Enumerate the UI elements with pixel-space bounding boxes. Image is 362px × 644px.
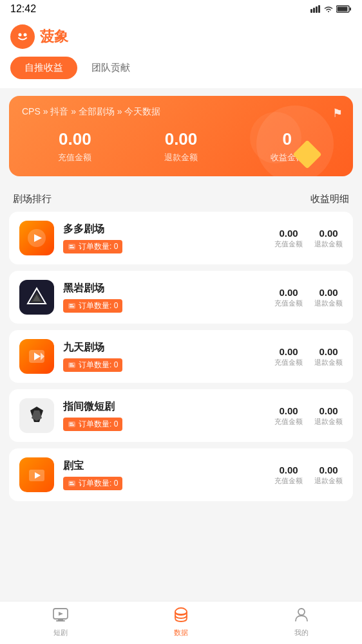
theater-info: 指间微短剧 订单数量: 0 (63, 400, 265, 431)
svg-rect-1 (313, 8, 315, 13)
amount-col-refund: 0.00 退款金额 (314, 465, 343, 486)
battery-icon (336, 5, 352, 13)
nav-label-drama: 短剧 (53, 628, 68, 638)
theater-info: 多多剧场 订单数量: 0 (63, 223, 265, 253)
svg-rect-12 (68, 244, 75, 250)
refund-label: 退款金额 (314, 476, 343, 486)
svg-rect-2 (316, 6, 318, 13)
svg-rect-29 (70, 425, 74, 426)
nav-item-drama[interactable]: 短剧 (38, 607, 83, 638)
stat-recharge-value: 0.00 (59, 129, 91, 149)
stat-refund-value: 0.00 (165, 129, 198, 149)
refund-value: 0.00 (319, 228, 338, 239)
recharge-label: 充值金额 (274, 299, 303, 308)
app-title: 菠象 (40, 27, 68, 46)
tabs-container: 自推收益 团队贡献 (0, 57, 362, 88)
nav-label-data: 数据 (174, 628, 188, 638)
theater-amounts: 0.00 充值金额 0.00 退款金额 (274, 228, 343, 249)
amount-col-refund: 0.00 退款金额 (314, 346, 343, 367)
order-badge: 订单数量: 0 (63, 299, 122, 313)
recharge-value: 0.00 (279, 405, 298, 416)
amount-col-recharge: 0.00 充值金额 (274, 228, 303, 249)
status-bar: 12:42 (0, 0, 362, 18)
amount-row: 0.00 充值金额 0.00 退款金额 (274, 465, 343, 486)
nav-item-profile[interactable]: 我的 (279, 607, 324, 638)
svg-rect-33 (70, 482, 73, 483)
svg-rect-13 (70, 245, 73, 246)
order-badge: 订单数量: 0 (63, 477, 122, 490)
svg-rect-14 (70, 247, 74, 248)
filter-icon[interactable]: ⚑ (332, 106, 343, 120)
svg-rect-5 (350, 8, 351, 11)
svg-point-41 (298, 609, 305, 615)
nav-item-data[interactable]: 数据 (158, 607, 204, 638)
svg-rect-27 (68, 421, 75, 427)
theater-item[interactable]: 九天剧场 订单数量: 0 0.00 充值金额 0.00 退款金额 (9, 330, 353, 383)
svg-point-7 (16, 30, 29, 43)
signal-icon (310, 5, 321, 13)
amount-row: 0.00 充值金额 0.00 退款金额 (274, 346, 343, 367)
svg-rect-25 (70, 363, 73, 365)
svg-rect-18 (68, 303, 75, 309)
theater-info: 九天剧场 订单数量: 0 (63, 341, 265, 372)
stat-recharge-label: 充值金额 (58, 152, 91, 163)
tab-self-earnings[interactable]: 自推收益 (10, 57, 77, 79)
theater-item[interactable]: 剧宝 订单数量: 0 0.00 充值金额 0.00 退款金额 (9, 448, 353, 501)
svg-rect-26 (70, 365, 74, 367)
data-icon (173, 607, 189, 626)
amount-row: 0.00 充值金额 0.00 退款金额 (274, 287, 343, 308)
order-badge: 订单数量: 0 (63, 240, 122, 253)
theater-info: 剧宝 订单数量: 0 (63, 459, 265, 490)
order-icon (68, 361, 76, 369)
theater-list: 多多剧场 订单数量: 0 0.00 充值金额 0.00 退款金额 (0, 212, 362, 501)
svg-rect-19 (70, 304, 73, 306)
theater-name: 黑岩剧场 (63, 282, 265, 295)
tab-team-contribution[interactable]: 团队贡献 (77, 57, 144, 79)
theater-item[interactable]: 黑岩剧场 订单数量: 0 0.00 充值金额 0.00 退款金额 (9, 271, 353, 324)
amount-row: 0.00 充值金额 0.00 退款金额 (274, 228, 343, 249)
amount-row: 0.00 充值金额 0.00 退款金额 (274, 405, 343, 427)
status-time: 12:42 (10, 3, 36, 15)
svg-rect-3 (318, 5, 320, 13)
theater-name: 九天剧场 (63, 341, 265, 354)
drama-icon (52, 607, 69, 626)
refund-value: 0.00 (319, 287, 338, 298)
stat-refund-label: 退款金额 (164, 152, 198, 163)
app-logo (10, 24, 35, 49)
recharge-label: 充值金额 (274, 358, 303, 367)
recharge-label: 充值金额 (274, 476, 303, 486)
amount-col-recharge: 0.00 充值金额 (274, 465, 303, 486)
refund-label: 退款金额 (314, 417, 343, 427)
recharge-value: 0.00 (279, 228, 298, 239)
theater-name: 多多剧场 (63, 223, 265, 236)
section-title-ranking: 剧场排行 (13, 193, 52, 205)
theater-info: 黑岩剧场 订单数量: 0 (63, 282, 265, 313)
section-title-detail: 收益明细 (310, 193, 349, 205)
svg-point-9 (24, 33, 27, 37)
logo-icon (15, 30, 30, 44)
recharge-value: 0.00 (279, 465, 298, 475)
amount-col-recharge: 0.00 充值金额 (274, 346, 303, 367)
profile-icon (293, 607, 310, 626)
theater-amounts: 0.00 充值金额 0.00 退款金额 (274, 405, 343, 427)
order-icon (68, 243, 76, 251)
theater-item[interactable]: 多多剧场 订单数量: 0 0.00 充值金额 0.00 退款金额 (9, 212, 353, 264)
recharge-value: 0.00 (279, 287, 298, 298)
order-badge: 订单数量: 0 (63, 358, 122, 372)
amount-col-refund: 0.00 退款金额 (314, 287, 343, 308)
refund-value: 0.00 (319, 465, 338, 475)
svg-rect-28 (70, 423, 73, 424)
refund-value: 0.00 (319, 346, 338, 357)
theater-amounts: 0.00 充值金额 0.00 退款金额 (274, 346, 343, 367)
svg-rect-34 (70, 484, 74, 485)
order-icon (68, 302, 76, 310)
recharge-label: 充值金额 (274, 239, 303, 249)
theater-item[interactable]: 指间微短剧 订单数量: 0 0.00 充值金额 0.00 退款金额 (9, 389, 353, 442)
amount-col-refund: 0.00 退款金额 (314, 228, 343, 249)
bottom-nav: 短剧 数据 我的 (0, 601, 362, 644)
amount-col-recharge: 0.00 充值金额 (274, 287, 303, 308)
header: 菠象 (0, 18, 362, 57)
section-header: 剧场排行 收益明细 (0, 184, 362, 212)
amount-col-refund: 0.00 退款金额 (314, 405, 343, 427)
theater-name: 指间微短剧 (63, 400, 265, 414)
